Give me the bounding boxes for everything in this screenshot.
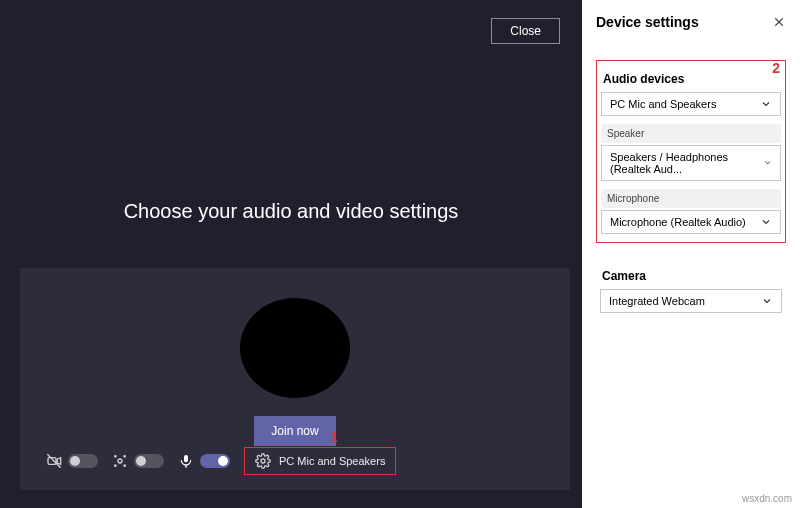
chevron-down-icon xyxy=(760,98,772,110)
microphone-label: Microphone xyxy=(601,189,781,208)
svg-line-2 xyxy=(47,454,60,467)
camera-off-icon xyxy=(46,453,62,469)
svg-point-9 xyxy=(261,459,265,463)
gear-icon xyxy=(255,453,271,469)
svg-point-4 xyxy=(115,456,116,457)
audio-settings-highlight: Audio devices PC Mic and Speakers Speake… xyxy=(596,60,786,243)
svg-point-7 xyxy=(124,465,125,466)
annotation-2: 2 xyxy=(772,60,780,76)
blur-toggle-group xyxy=(112,453,164,469)
microphone-dropdown[interactable]: Microphone (Realtek Audio) xyxy=(601,210,781,234)
camera-label: Camera xyxy=(602,269,780,283)
microphone-value: Microphone (Realtek Audio) xyxy=(610,216,746,228)
camera-toggle[interactable] xyxy=(68,454,98,468)
mic-toggle-group xyxy=(178,453,230,469)
video-preview-panel: Join now 1 xyxy=(20,268,570,490)
camera-value: Integrated Webcam xyxy=(609,295,705,307)
page-title: Choose your audio and video settings xyxy=(124,200,459,223)
camera-dropdown[interactable]: Integrated Webcam xyxy=(600,289,782,313)
settings-title: Device settings xyxy=(596,14,699,30)
speaker-value: Speakers / Headphones (Realtek Aud... xyxy=(610,151,763,175)
camera-toggle-group xyxy=(46,453,98,469)
prejoin-panel: Close Choose your audio and video settin… xyxy=(0,0,582,508)
close-icon[interactable] xyxy=(772,15,786,29)
svg-point-5 xyxy=(124,456,125,457)
device-controls-bar: PC Mic and Speakers xyxy=(20,446,570,476)
mic-icon xyxy=(178,453,194,469)
blur-toggle[interactable] xyxy=(134,454,164,468)
audio-device-selector[interactable]: PC Mic and Speakers xyxy=(244,447,396,475)
svg-marker-1 xyxy=(57,458,60,465)
audio-devices-value: PC Mic and Speakers xyxy=(610,98,716,110)
audio-device-label: PC Mic and Speakers xyxy=(279,455,385,467)
annotation-1: 1 xyxy=(330,429,338,445)
join-now-button[interactable]: Join now xyxy=(254,416,336,446)
chevron-down-icon xyxy=(761,295,773,307)
speaker-dropdown[interactable]: Speakers / Headphones (Realtek Aud... xyxy=(601,145,781,181)
avatar xyxy=(240,298,350,398)
chevron-down-icon xyxy=(760,216,772,228)
chevron-down-icon xyxy=(763,157,772,169)
svg-point-3 xyxy=(118,459,122,463)
mic-toggle[interactable] xyxy=(200,454,230,468)
close-button[interactable]: Close xyxy=(491,18,560,44)
audio-devices-dropdown[interactable]: PC Mic and Speakers xyxy=(601,92,781,116)
speaker-label: Speaker xyxy=(601,124,781,143)
background-blur-icon xyxy=(112,453,128,469)
device-settings-panel: Device settings 2 Audio devices PC Mic a… xyxy=(582,0,800,508)
watermark: wsxdn.com xyxy=(742,493,792,504)
svg-point-6 xyxy=(115,465,116,466)
audio-devices-label: Audio devices xyxy=(603,72,779,86)
